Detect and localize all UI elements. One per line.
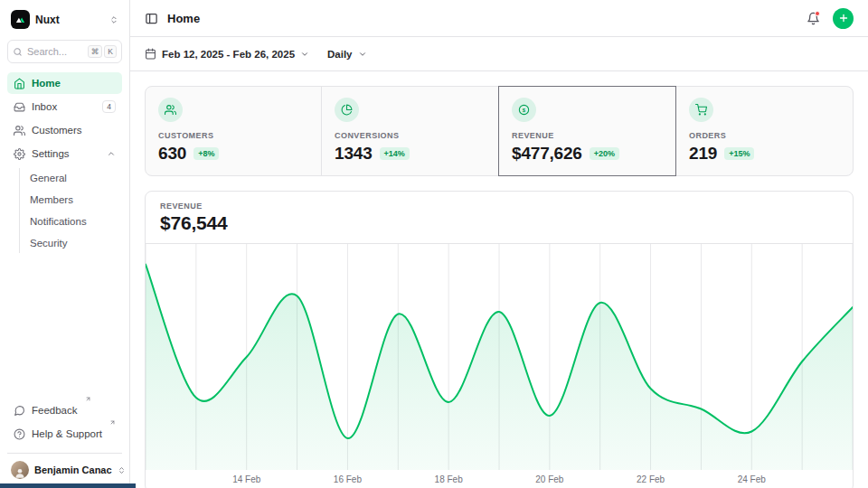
workspace-name: Nuxt bbox=[35, 14, 60, 26]
x-axis: 14 Feb16 Feb18 Feb20 Feb22 Feb24 Feb bbox=[146, 470, 853, 488]
stat-label: CUSTOMERS bbox=[158, 131, 308, 140]
stat-card-customers[interactable]: CUSTOMERS 630 +8% bbox=[145, 86, 322, 176]
pie-chart-icon bbox=[335, 98, 359, 122]
plus-icon bbox=[838, 13, 849, 23]
stat-value: 1343 bbox=[335, 144, 373, 164]
sidebar-item-general[interactable]: General bbox=[24, 168, 122, 188]
stat-change-badge: +15% bbox=[724, 147, 754, 161]
inbox-icon bbox=[14, 101, 25, 113]
chart-header: REVENUE $76,544 bbox=[146, 192, 853, 243]
sidebar-item-notifications[interactable]: Notifications bbox=[24, 211, 122, 231]
cart-icon bbox=[689, 98, 713, 122]
dashboard-content: CUSTOMERS 630 +8% CONVERSIONS 1343 +14% bbox=[130, 71, 868, 488]
period-select[interactable]: Daily bbox=[327, 49, 367, 60]
users-icon bbox=[158, 98, 183, 122]
x-axis-label: 14 Feb bbox=[232, 474, 260, 484]
external-link-icon bbox=[109, 419, 116, 426]
revenue-chart-card: REVENUE $76,544 14 Feb16 Feb18 Feb20 Feb… bbox=[145, 191, 854, 488]
sidebar-item-home[interactable]: Home bbox=[7, 72, 122, 94]
sidebar-toggle-button[interactable] bbox=[145, 12, 158, 25]
sidebar-item-inbox[interactable]: Inbox 4 bbox=[7, 96, 122, 117]
chat-bubble-icon bbox=[14, 405, 25, 417]
gear-icon bbox=[14, 148, 25, 160]
chevron-down-icon bbox=[358, 50, 367, 59]
revenue-area-chart bbox=[146, 244, 853, 470]
app-window: Nuxt Search... ⌘K Home Inbox 4 bbox=[0, 0, 868, 488]
new-item-button[interactable] bbox=[833, 8, 854, 29]
main-panel: Home Feb 12, 2025 - Feb 26, 2025 Daily bbox=[130, 0, 868, 488]
stats-row: CUSTOMERS 630 +8% CONVERSIONS 1343 +14% bbox=[145, 86, 854, 176]
x-axis-label: 16 Feb bbox=[334, 474, 362, 484]
chart-value: $76,544 bbox=[160, 212, 838, 234]
sidebar-item-members[interactable]: Members bbox=[24, 190, 122, 210]
svg-text:$: $ bbox=[523, 108, 526, 113]
stat-label: REVENUE bbox=[512, 131, 663, 140]
sidebar: Nuxt Search... ⌘K Home Inbox 4 bbox=[0, 0, 130, 488]
stat-change-badge: +20% bbox=[590, 147, 619, 161]
sidebar-item-security[interactable]: Security bbox=[24, 233, 122, 253]
stat-change-badge: +8% bbox=[193, 147, 219, 161]
dollar-circle-icon: $ bbox=[512, 98, 536, 122]
search-shortcut: ⌘K bbox=[88, 45, 117, 58]
x-axis-label: 18 Feb bbox=[435, 474, 463, 484]
avatar bbox=[11, 461, 29, 479]
notifications-button[interactable] bbox=[807, 12, 820, 25]
date-range-picker[interactable]: Feb 12, 2025 - Feb 26, 2025 bbox=[145, 48, 309, 60]
x-axis-label: 22 Feb bbox=[637, 474, 665, 484]
chevron-up-icon bbox=[107, 149, 116, 158]
chevrons-up-down-icon bbox=[109, 15, 118, 24]
calendar-icon bbox=[145, 48, 156, 60]
settings-subnav: General Members Notifications Security bbox=[19, 168, 122, 253]
chevron-down-icon bbox=[300, 50, 309, 59]
panel-left-icon bbox=[145, 12, 158, 25]
sidebar-item-settings[interactable]: Settings bbox=[7, 143, 122, 164]
search-input[interactable]: Search... ⌘K bbox=[7, 40, 122, 63]
chart-label: REVENUE bbox=[160, 202, 838, 211]
stat-card-orders[interactable]: ORDERS 219 +15% bbox=[675, 86, 854, 176]
stat-card-conversions[interactable]: CONVERSIONS 1343 +14% bbox=[321, 86, 499, 176]
filter-toolbar: Feb 12, 2025 - Feb 26, 2025 Daily bbox=[130, 37, 868, 71]
search-icon bbox=[13, 47, 23, 57]
inbox-count-badge: 4 bbox=[102, 100, 116, 113]
x-axis-label: 20 Feb bbox=[535, 474, 563, 484]
external-link-icon bbox=[85, 396, 91, 402]
notification-dot bbox=[815, 11, 820, 16]
period-label: Daily bbox=[327, 49, 353, 60]
header-actions bbox=[807, 8, 854, 29]
help-circle-icon bbox=[14, 428, 25, 440]
user-name: Benjamin Canac bbox=[34, 465, 112, 475]
sidebar-footer: Feedback Help & Support Benjamin Canac bbox=[7, 399, 122, 481]
chevrons-up-down-icon bbox=[118, 466, 126, 474]
sidebar-item-customers[interactable]: Customers bbox=[7, 119, 122, 141]
users-icon bbox=[14, 125, 25, 136]
bottom-edge-artifact bbox=[0, 483, 136, 488]
stat-card-revenue[interactable]: $ REVENUE $477,626 +20% bbox=[498, 86, 676, 176]
search-placeholder: Search... bbox=[27, 46, 67, 57]
stat-value: 630 bbox=[158, 144, 186, 164]
stat-label: ORDERS bbox=[689, 131, 840, 140]
chart-plot-area[interactable] bbox=[146, 243, 853, 470]
stat-value: 219 bbox=[689, 144, 717, 164]
date-range-label: Feb 12, 2025 - Feb 26, 2025 bbox=[162, 49, 295, 60]
home-icon bbox=[14, 78, 25, 89]
stat-change-badge: +14% bbox=[380, 147, 410, 161]
nuxt-logo-icon bbox=[11, 10, 30, 29]
feedback-link[interactable]: Feedback bbox=[7, 399, 122, 421]
stat-value: $477,626 bbox=[512, 144, 582, 164]
stat-label: CONVERSIONS bbox=[335, 131, 486, 140]
x-axis-label: 24 Feb bbox=[738, 474, 766, 484]
help-support-link[interactable]: Help & Support bbox=[7, 423, 122, 445]
page-title: Home bbox=[167, 12, 200, 25]
page-header: Home bbox=[130, 0, 868, 37]
user-menu[interactable]: Benjamin Canac bbox=[7, 453, 122, 481]
sidebar-nav: Home Inbox 4 Customers Settings General bbox=[7, 72, 122, 255]
workspace-selector[interactable]: Nuxt bbox=[7, 7, 122, 32]
